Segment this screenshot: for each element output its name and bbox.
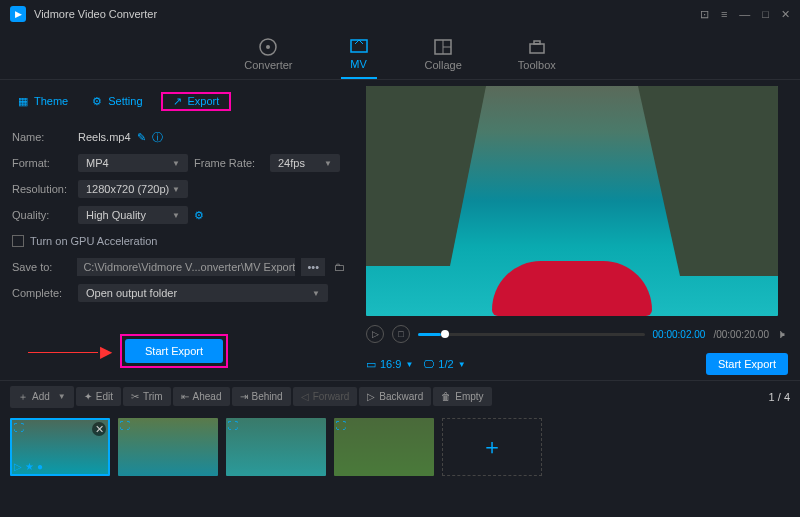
resolution-label: Resolution:	[12, 183, 72, 195]
expand-icon[interactable]: ⛶	[228, 420, 238, 431]
thumbnail-2[interactable]: ⛶	[118, 418, 218, 476]
svg-rect-7	[534, 41, 540, 44]
trash-icon: 🗑	[441, 391, 451, 402]
expand-icon[interactable]: ⛶	[120, 420, 130, 431]
tab-collage-label: Collage	[425, 59, 462, 71]
format-label: Format:	[12, 157, 72, 169]
main-tabs: Converter MV Collage Toolbox	[0, 28, 800, 80]
toolbox-icon	[527, 37, 547, 57]
progress-bar[interactable]	[418, 333, 645, 336]
time-total: /00:00:20.00	[713, 329, 769, 340]
complete-dropdown[interactable]: Open output folder▼	[78, 284, 328, 302]
name-label: Name:	[12, 131, 72, 143]
add-button[interactable]: ＋Add▼	[10, 386, 74, 408]
sub-tab-theme-label: Theme	[34, 95, 68, 107]
app-logo-icon: ▶	[10, 6, 26, 22]
setting-icon: ⚙	[92, 95, 102, 108]
aspect-ratio-button[interactable]: ▭ 16:9 ▼	[366, 358, 413, 371]
zoom-button[interactable]: 🖵 1/2 ▼	[423, 358, 465, 370]
converter-icon	[258, 37, 278, 57]
clip-toolbar: ＋Add▼ ✦Edit ✂Trim ⇤Ahead ⇥Behind ◁Forwar…	[0, 380, 800, 412]
saveto-path: C:\Vidmore\Vidmore V...onverter\MV Expor…	[77, 258, 295, 276]
tab-collage[interactable]: Collage	[417, 28, 470, 79]
collage-icon	[433, 37, 453, 57]
format-dropdown[interactable]: MP4▼	[78, 154, 188, 172]
thumbnail-3[interactable]: ⛶	[226, 418, 326, 476]
behind-icon: ⇥	[240, 391, 248, 402]
maximize-icon[interactable]: □	[762, 8, 769, 21]
sub-tab-theme[interactable]: ▦ Theme	[12, 92, 74, 111]
tab-converter-label: Converter	[244, 59, 292, 71]
export-icon: ↗	[173, 95, 182, 108]
framerate-label: Frame Rate:	[194, 157, 264, 169]
play-icon: ▷	[14, 461, 22, 472]
theme-icon: ▦	[18, 95, 28, 108]
time-current: 00:00:02.00	[653, 329, 706, 340]
video-preview[interactable]	[366, 86, 778, 316]
start-export-button-right[interactable]: Start Export	[706, 353, 788, 375]
open-folder-icon[interactable]: 🗀	[331, 258, 348, 276]
forward-button[interactable]: ◁Forward	[293, 387, 358, 406]
info-icon[interactable]: ⓘ	[152, 130, 163, 145]
resolution-dropdown[interactable]: 1280x720 (720p)▼	[78, 180, 188, 198]
expand-icon[interactable]: ⛶	[336, 420, 346, 431]
empty-button[interactable]: 🗑Empty	[433, 387, 491, 406]
annotation-arrow: ▶	[12, 342, 112, 361]
tab-toolbox[interactable]: Toolbox	[510, 28, 564, 79]
expand-icon[interactable]: ⛶	[14, 422, 24, 433]
sub-tab-export-label: Export	[188, 95, 220, 107]
close-icon[interactable]: ✕	[781, 8, 790, 21]
svg-point-1	[266, 45, 270, 49]
backward-icon: ▷	[367, 391, 375, 402]
star-icon: ★	[25, 461, 34, 472]
remove-thumb-icon[interactable]: ✕	[92, 422, 106, 436]
tab-toolbox-label: Toolbox	[518, 59, 556, 71]
saveto-label: Save to:	[12, 261, 71, 273]
saveto-more-button[interactable]: •••	[301, 258, 325, 276]
quality-label: Quality:	[12, 209, 72, 221]
titlebar: ▶ Vidmore Video Converter ⊡ ≡ — □ ✕	[0, 0, 800, 28]
gpu-checkbox[interactable]	[12, 235, 24, 247]
menu-icon[interactable]: ≡	[721, 8, 727, 21]
name-value: Reels.mp4	[78, 131, 131, 143]
quality-settings-icon[interactable]: ⚙	[194, 209, 204, 222]
sub-tab-setting-label: Setting	[108, 95, 142, 107]
volume-icon[interactable]: 🕨	[777, 328, 788, 340]
behind-button[interactable]: ⇥Behind	[232, 387, 291, 406]
sub-tab-export[interactable]: ↗ Export	[161, 92, 232, 111]
circle-icon: ●	[37, 461, 43, 472]
sub-tab-setting[interactable]: ⚙ Setting	[86, 92, 148, 111]
gpu-label: Turn on GPU Acceleration	[30, 235, 157, 247]
complete-label: Complete:	[12, 287, 72, 299]
backward-button[interactable]: ▷Backward	[359, 387, 431, 406]
tab-converter[interactable]: Converter	[236, 28, 300, 79]
trim-button[interactable]: ✂Trim	[123, 387, 171, 406]
page-indicator: 1 / 4	[769, 391, 790, 403]
thumbnail-4[interactable]: ⛶	[334, 418, 434, 476]
stop-button[interactable]: □	[392, 325, 410, 343]
app-title: Vidmore Video Converter	[34, 8, 700, 20]
scissors-icon: ✂	[131, 391, 139, 402]
mv-icon	[349, 36, 369, 56]
ahead-button[interactable]: ⇤Ahead	[173, 387, 230, 406]
ahead-icon: ⇤	[181, 391, 189, 402]
edit-button[interactable]: ✦Edit	[76, 387, 121, 406]
edit-name-icon[interactable]: ✎	[137, 131, 146, 144]
forward-icon: ◁	[301, 391, 309, 402]
feedback-icon[interactable]: ⊡	[700, 8, 709, 21]
thumbnail-1[interactable]: ⛶ ✕ ▷★●	[10, 418, 110, 476]
thumbnail-strip: ⛶ ✕ ▷★● ⛶ ⛶ ⛶ ＋	[0, 412, 800, 482]
minimize-icon[interactable]: —	[739, 8, 750, 21]
start-export-button[interactable]: Start Export	[125, 339, 223, 363]
svg-rect-2	[351, 40, 367, 52]
start-export-highlight: Start Export	[120, 334, 228, 368]
svg-rect-6	[530, 44, 544, 53]
framerate-dropdown[interactable]: 24fps▼	[270, 154, 340, 172]
wand-icon: ✦	[84, 391, 92, 402]
add-clip-button[interactable]: ＋	[442, 418, 542, 476]
plus-icon: ＋	[18, 390, 28, 404]
tab-mv[interactable]: MV	[341, 28, 377, 79]
play-button[interactable]: ▷	[366, 325, 384, 343]
quality-dropdown[interactable]: High Quality▼	[78, 206, 188, 224]
aspect-icon: ▭	[366, 358, 376, 371]
